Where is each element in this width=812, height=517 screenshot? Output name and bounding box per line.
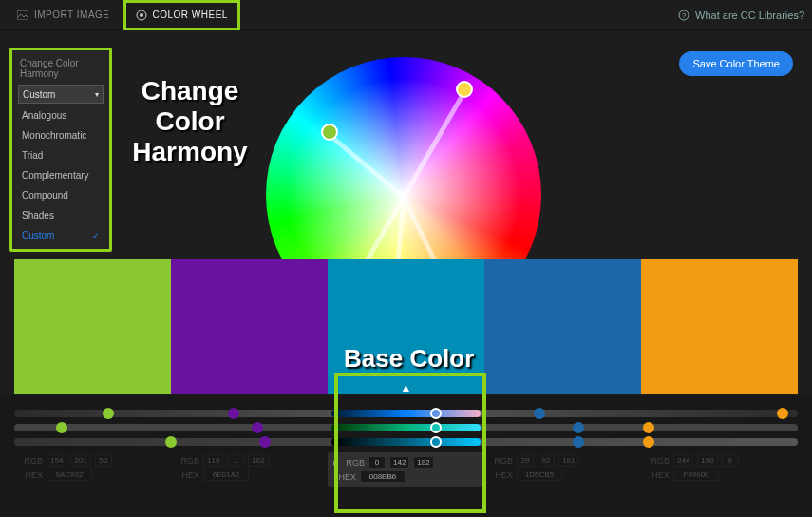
input-column-4: RGB2441509HEXF49609 <box>641 452 798 487</box>
wheel-handle[interactable] <box>456 81 473 98</box>
tab-import-image[interactable]: IMPORT IMAGE <box>8 0 120 30</box>
rgb-value[interactable]: 162 <box>248 454 268 467</box>
slider-handle[interactable] <box>643 422 654 433</box>
rgb-label: RGB <box>490 456 513 466</box>
swatch-4[interactable] <box>641 259 798 394</box>
rgb-label: RGB <box>20 456 43 466</box>
base-slider-segment[interactable] <box>331 424 481 431</box>
help-icon: ? <box>678 10 689 21</box>
slider-handle[interactable] <box>56 422 67 433</box>
harmony-title: Change Color Harmony <box>20 58 104 79</box>
harmony-item-triad[interactable]: Triad <box>18 145 104 165</box>
rgb-value[interactable]: 92 <box>538 454 555 467</box>
svg-text:?: ? <box>682 11 687 20</box>
hex-label: HEX <box>647 470 670 480</box>
help-label: What are CC Libraries? <box>695 10 804 21</box>
slider-handle[interactable] <box>573 422 584 433</box>
swatch-1[interactable] <box>171 259 328 394</box>
slider-handle[interactable] <box>430 436 442 448</box>
annotation-change-harmony: Change Color Harmony <box>123 76 256 167</box>
help-link[interactable]: ? What are CC Libraries? <box>678 10 804 21</box>
editor-panel: RGB15420150HEX9AC932RGB1101162HEX6E01A2▶… <box>0 395 812 517</box>
inputs-row: RGB15420150HEX9AC932RGB1101162HEX6E01A2▶… <box>14 452 798 487</box>
base-indicator-icon: ▲ <box>401 381 412 394</box>
slider-handle[interactable] <box>165 436 177 448</box>
chevron-down-icon: ▾ <box>95 90 99 99</box>
harmony-item-custom[interactable]: Custom✓ <box>18 225 104 245</box>
input-column-0: RGB15420150HEX9AC932 <box>14 452 171 487</box>
hex-value[interactable]: 9AC932 <box>47 469 92 481</box>
swatch-row: ▲ <box>14 259 798 394</box>
rgb-value[interactable]: 29 <box>517 454 534 467</box>
hex-value[interactable]: F49609 <box>673 469 719 481</box>
rgb-value[interactable]: 0 <box>368 456 386 469</box>
rgb-value[interactable]: 50 <box>95 454 112 467</box>
slider-handle[interactable] <box>573 436 584 448</box>
harmony-item-analogous[interactable]: Analogous <box>18 105 104 125</box>
slider-handle[interactable] <box>534 408 545 419</box>
slider-handle[interactable] <box>777 408 788 419</box>
rgb-label: RGB <box>177 456 199 466</box>
base-slider-segment[interactable] <box>331 438 481 446</box>
slider-handle[interactable] <box>228 408 239 419</box>
hex-value[interactable]: 6E01A2 <box>203 469 249 481</box>
slider-handle[interactable] <box>252 422 263 433</box>
save-color-theme-button[interactable]: Save Color Theme <box>679 51 793 76</box>
harmony-item-compound[interactable]: Compound <box>18 185 104 205</box>
wheel-icon <box>136 10 147 21</box>
hex-label: HEX <box>177 470 199 480</box>
rgb-value[interactable]: 154 <box>47 454 66 467</box>
tab-import-label: IMPORT IMAGE <box>34 10 110 20</box>
input-column-1: RGB1101162HEX6E01A2 <box>171 452 328 487</box>
swatch-3[interactable] <box>484 259 641 394</box>
rgb-value[interactable]: 182 <box>413 456 433 469</box>
base-slider-segment[interactable] <box>331 410 481 417</box>
input-column-3: RGB2992181HEX1D5CB5 <box>484 452 641 487</box>
rgb-value[interactable]: 1 <box>227 454 244 467</box>
top-bar: IMPORT IMAGE COLOR WHEEL ? What are CC L… <box>0 0 812 30</box>
image-icon <box>17 10 28 20</box>
slider-row-1[interactable] <box>14 424 798 431</box>
hex-value[interactable]: 008EB6 <box>360 470 406 483</box>
harmony-list: AnalogousMonochromaticTriadComplementary… <box>18 105 104 245</box>
tab-color-wheel[interactable]: COLOR WHEEL <box>123 0 240 30</box>
rgb-label: RGB <box>647 456 670 466</box>
wheel-handle[interactable] <box>321 124 338 141</box>
slider-handle[interactable] <box>259 436 271 448</box>
swatch-0[interactable] <box>14 259 171 394</box>
slider-row-2[interactable] <box>14 438 798 446</box>
swatch-2[interactable]: ▲ <box>328 259 484 394</box>
hex-label: HEX <box>490 470 513 480</box>
harmony-panel: Change Color Harmony Custom ▾ AnalogousM… <box>9 48 112 252</box>
rgb-value[interactable]: 110 <box>203 454 223 467</box>
harmony-item-complementary[interactable]: Complementary <box>18 165 104 185</box>
rgb-label: RGB <box>342 458 365 468</box>
annotation-base-color: Base Color <box>344 344 474 373</box>
slider-handle[interactable] <box>643 436 654 448</box>
play-icon: ▶ <box>333 459 338 467</box>
harmony-item-monochromatic[interactable]: Monochromatic <box>18 125 104 145</box>
svg-rect-0 <box>17 10 28 20</box>
harmony-selected: Custom <box>23 89 55 100</box>
rgb-value[interactable]: 9 <box>722 454 739 467</box>
rgb-value[interactable]: 181 <box>558 454 578 467</box>
slider-handle[interactable] <box>430 408 442 419</box>
harmony-item-shades[interactable]: Shades <box>18 205 104 225</box>
hex-label: HEX <box>20 470 43 480</box>
tab-wheel-label: COLOR WHEEL <box>153 10 228 20</box>
slider-row-0[interactable] <box>14 410 798 417</box>
rgb-value[interactable]: 244 <box>673 454 693 467</box>
rgb-value[interactable]: 201 <box>70 454 90 467</box>
rgb-value[interactable]: 142 <box>389 456 409 469</box>
hex-label: HEX <box>333 472 356 482</box>
slider-handle[interactable] <box>430 422 442 433</box>
rgb-value[interactable]: 150 <box>697 454 717 467</box>
input-column-2: ▶RGB0142182HEX008EB6 <box>328 452 484 487</box>
svg-point-2 <box>140 13 143 17</box>
harmony-select[interactable]: Custom ▾ <box>18 85 104 104</box>
slider-handle[interactable] <box>103 408 114 419</box>
hex-value[interactable]: 1D5CB5 <box>517 469 562 481</box>
